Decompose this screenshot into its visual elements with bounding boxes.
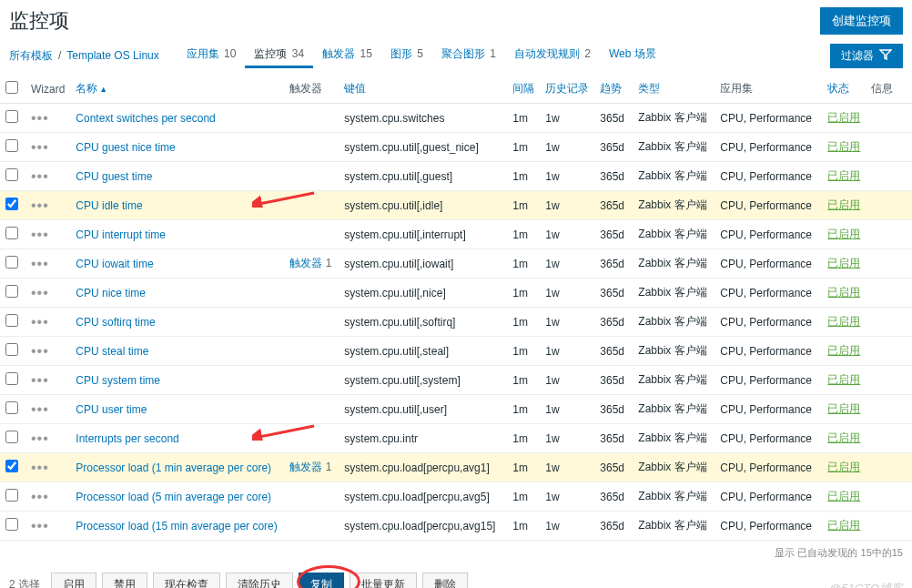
col-key[interactable]: 键值 [339,74,507,104]
filter-button[interactable]: 过滤器 [830,44,903,68]
breadcrumb-all-templates[interactable]: 所有模板 [9,48,53,64]
tab-4[interactable]: 聚合图形 1 [432,43,505,68]
action-btn-6[interactable]: 删除 [422,573,468,588]
status-link[interactable]: 已启用 [827,228,860,240]
item-name-link[interactable]: Context switches per second [76,112,215,125]
status-link[interactable]: 已启用 [827,169,860,182]
item-name-link[interactable]: Processor load (5 min average per core) [76,491,271,503]
row-checkbox[interactable] [5,168,18,181]
wizard-icon[interactable]: ••• [31,256,49,271]
status-link[interactable]: 已启用 [827,198,860,211]
row-checkbox[interactable] [5,285,18,298]
wizard-icon[interactable]: ••• [31,110,49,126]
col-name[interactable]: 名称▲ [70,74,284,104]
row-checkbox[interactable] [5,401,18,414]
row-checkbox[interactable] [5,227,18,239]
status-link[interactable]: 已启用 [827,140,860,153]
item-name-link[interactable]: Processor load (15 min average per core) [76,520,277,532]
col-history[interactable]: 历史记录 [540,74,594,104]
item-name-link[interactable]: CPU idle time [76,199,142,212]
item-name-link[interactable]: CPU iowait time [76,258,153,270]
apps-cell: CPU, Performance [714,482,822,512]
wizard-icon[interactable]: ••• [31,489,49,504]
action-btn-5[interactable]: 批量更新 [350,573,417,588]
status-link[interactable]: 已启用 [827,402,860,415]
item-name-link[interactable]: CPU system time [76,374,160,387]
type-cell: Zabbix 客户端 [633,366,714,395]
row-checkbox[interactable] [5,139,18,152]
col-type[interactable]: 类型 [633,74,714,104]
status-link[interactable]: 已启用 [827,315,860,328]
key-cell: system.cpu.util[,idle] [339,191,507,220]
row-checkbox[interactable] [5,431,18,443]
tab-0[interactable]: 应用集 10 [177,43,246,68]
create-item-button[interactable]: 创建监控项 [820,7,903,35]
breadcrumb-separator: / [58,49,61,62]
row-checkbox[interactable] [5,460,18,472]
status-link[interactable]: 已启用 [827,111,860,124]
col-interval[interactable]: 间隔 [507,74,540,104]
sort-asc-icon: ▲ [99,85,107,94]
col-trends[interactable]: 趋势 [594,74,633,104]
tab-1[interactable]: 监控项 34 [245,43,313,68]
status-link[interactable]: 已启用 [827,286,860,299]
status-link[interactable]: 已启用 [827,431,860,444]
table-row: ••• CPU system time system.cpu.util[,sys… [0,366,912,395]
item-name-link[interactable]: CPU interrupt time [76,228,166,241]
tab-6[interactable]: Web 场景 [600,43,665,68]
trigger-cell [284,279,339,308]
action-btn-0[interactable]: 启用 [51,573,96,588]
tab-5[interactable]: 自动发现规则 2 [505,43,600,68]
row-checkbox[interactable] [5,198,18,210]
action-btn-3[interactable]: 清除历史 [226,573,293,588]
tab-2[interactable]: 触发器 15 [313,43,381,68]
wizard-icon[interactable]: ••• [31,431,49,446]
apps-cell: CPU, Performance [714,249,822,279]
item-name-link[interactable]: CPU guest nice time [76,141,175,154]
row-checkbox[interactable] [5,518,18,531]
row-checkbox[interactable] [5,314,18,327]
trigger-link[interactable]: 触发器 [289,257,322,269]
status-link[interactable]: 已启用 [827,461,860,473]
trigger-link[interactable]: 触发器 [289,461,322,473]
item-name-link[interactable]: CPU nice time [76,287,146,299]
status-link[interactable]: 已启用 [827,257,860,269]
tab-3[interactable]: 图形 5 [381,43,432,68]
wizard-icon[interactable]: ••• [31,198,49,213]
wizard-icon[interactable]: ••• [31,343,49,359]
wizard-icon[interactable]: ••• [31,139,49,155]
status-link[interactable]: 已启用 [827,373,860,386]
status-link[interactable]: 已启用 [827,490,860,502]
action-btn-4[interactable]: 复制 [299,573,344,588]
interval-cell: 1m [507,337,540,366]
col-status[interactable]: 状态 [822,74,866,104]
wizard-icon[interactable]: ••• [31,460,49,475]
row-checkbox[interactable] [5,343,18,356]
wizard-icon[interactable]: ••• [31,314,49,329]
action-btn-2[interactable]: 现在检查 [153,573,220,588]
row-checkbox[interactable] [5,489,18,502]
status-link[interactable]: 已启用 [827,344,860,357]
row-checkbox[interactable] [5,256,18,269]
wizard-icon[interactable]: ••• [31,227,49,242]
status-link[interactable]: 已启用 [827,519,860,532]
wizard-icon[interactable]: ••• [31,518,49,533]
row-checkbox[interactable] [5,372,18,385]
item-name-link[interactable]: CPU guest time [76,170,152,183]
wizard-icon[interactable]: ••• [31,285,49,300]
row-checkbox[interactable] [5,110,18,123]
trigger-cell [284,482,339,512]
item-name-link[interactable]: Processor load (1 min average per core) [76,461,271,474]
wizard-icon[interactable]: ••• [31,401,49,417]
key-cell: system.cpu.util[,softirq] [339,308,507,337]
item-name-link[interactable]: CPU softirq time [76,316,155,329]
item-name-link[interactable]: CPU steal time [76,345,148,358]
breadcrumb-template[interactable]: Template OS Linux [66,49,158,62]
item-name-link[interactable]: CPU user time [76,403,147,416]
action-btn-1[interactable]: 禁用 [102,573,147,588]
select-all-checkbox[interactable] [5,81,18,94]
wizard-icon[interactable]: ••• [31,168,49,184]
interval-cell: 1m [507,162,540,191]
wizard-icon[interactable]: ••• [31,372,49,388]
item-name-link[interactable]: Interrupts per second [76,432,178,445]
